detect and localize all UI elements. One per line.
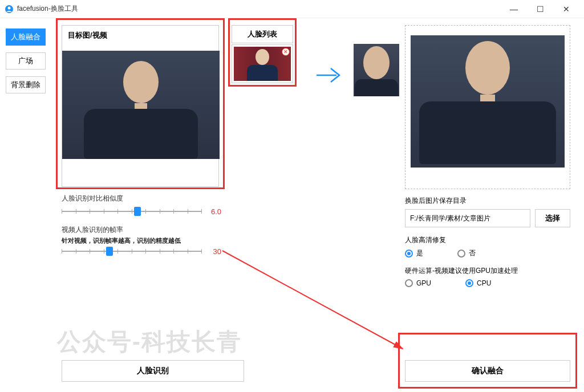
controls-left: 人脸识别对比相似度 6.0 视频人脸识别的帧率 针对视频，识别帧率越高，识别的精… [62, 194, 221, 257]
recognize-button[interactable]: 人脸识别 [62, 360, 244, 382]
fps-label: 视频人脸识别的帧率 [62, 225, 221, 235]
svg-point-1 [8, 6, 11, 9]
face-list-header: 人脸列表 [232, 25, 293, 43]
radio-label: CPU [477, 279, 491, 287]
similarity-label: 人脸识别对比相似度 [62, 194, 221, 203]
window-titlebar: facefusion-换脸工具 ― ☐ ✕ [0, 0, 584, 18]
fps-slider[interactable] [62, 246, 202, 257]
face-list-item[interactable]: ✕ [232, 44, 293, 83]
output-path-input[interactable] [405, 209, 530, 227]
radio-label: 是 [416, 248, 423, 258]
target-image[interactable] [62, 51, 220, 159]
hd-repair-label: 人脸高清修复 [405, 235, 570, 245]
controls-right: 换脸后图片保存目录 选择 人脸高清修复 是 否 硬件运算-视频建议使用GPU加速… [405, 196, 570, 295]
svg-line-2 [222, 251, 403, 349]
radio-icon [405, 250, 413, 258]
hd-repair-no[interactable]: 否 [457, 248, 476, 258]
main-area: 目标图/视频 人脸列表 ✕ [51, 18, 584, 392]
similarity-value: 6.0 [205, 207, 221, 216]
button-label: 确认融合 [472, 366, 504, 376]
radio-label: GPU [416, 279, 431, 287]
maximize-button[interactable]: ☐ [527, 0, 553, 18]
minimize-button[interactable]: ― [501, 0, 527, 18]
face-list-panel: 人脸列表 ✕ [232, 25, 293, 83]
output-image [411, 35, 565, 168]
fps-value: 30 [205, 247, 221, 256]
target-panel: 目标图/视频 [62, 25, 219, 187]
output-path-label: 换脸后图片保存目录 [405, 196, 570, 206]
radio-icon [405, 279, 413, 287]
sidebar: 人脸融合 广场 背景删除 [0, 18, 51, 392]
button-label: 人脸识别 [137, 366, 169, 376]
browse-button[interactable]: 选择 [535, 209, 570, 227]
window-title: facefusion-换脸工具 [17, 4, 78, 14]
similarity-slider[interactable] [62, 206, 202, 217]
sidebar-label: 人脸融合 [11, 32, 40, 42]
remove-face-icon[interactable]: ✕ [282, 48, 290, 56]
sidebar-item-bg-remove[interactable]: 背景删除 [6, 76, 46, 93]
hd-repair-yes[interactable]: 是 [405, 248, 423, 258]
radio-label: 否 [469, 248, 476, 258]
hardware-cpu[interactable]: CPU [465, 279, 491, 287]
target-panel-header: 目标图/视频 [62, 26, 218, 45]
hardware-label: 硬件运算-视频建议使用GPU加速处理 [405, 266, 570, 276]
hardware-gpu[interactable]: GPU [405, 279, 431, 287]
arrow-icon [314, 64, 348, 87]
sidebar-item-plaza[interactable]: 广场 [6, 52, 46, 70]
radio-icon [465, 279, 473, 287]
fps-hint: 针对视频，识别帧率越高，识别的精度越低 [62, 237, 221, 244]
sidebar-label: 背景删除 [11, 80, 40, 90]
close-button[interactable]: ✕ [553, 0, 579, 18]
app-icon [5, 5, 14, 14]
watermark-text: 公众号-科技长青 [57, 326, 242, 358]
extracted-face-thumb [354, 44, 399, 96]
sidebar-label: 广场 [18, 56, 33, 66]
output-panel [405, 25, 570, 189]
sidebar-item-face-fusion[interactable]: 人脸融合 [6, 28, 46, 46]
confirm-fusion-button[interactable]: 确认融合 [405, 360, 570, 382]
radio-icon [457, 250, 465, 258]
